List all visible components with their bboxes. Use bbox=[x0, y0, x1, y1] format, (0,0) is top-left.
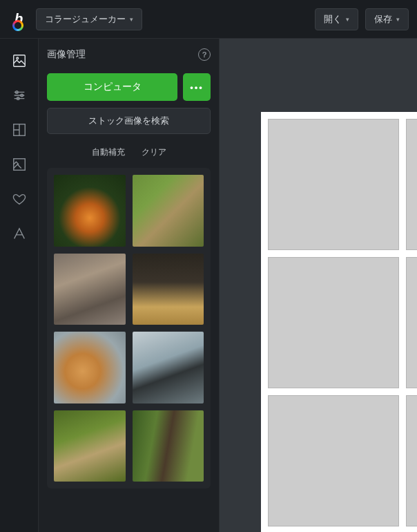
rail-text[interactable] bbox=[8, 222, 30, 245]
rail-adjust[interactable] bbox=[8, 84, 30, 106]
upload-computer-button[interactable]: コンピュータ bbox=[47, 73, 177, 101]
collage-slot[interactable] bbox=[406, 119, 417, 250]
collage-slot[interactable] bbox=[268, 395, 399, 526]
thumb-tiger[interactable] bbox=[54, 175, 126, 247]
clear-link[interactable]: クリア bbox=[142, 146, 166, 158]
text-icon bbox=[12, 226, 27, 241]
rail-image-manager[interactable] bbox=[8, 50, 30, 72]
rail-background[interactable] bbox=[8, 153, 30, 175]
layout-icon bbox=[12, 122, 27, 137]
thumb-kitten-grass[interactable] bbox=[133, 175, 204, 247]
topbar: b コラージュメーカー ▾ 開く ▾ 保存 ▾ bbox=[0, 0, 417, 39]
background-icon bbox=[12, 157, 27, 172]
svg-rect-6 bbox=[13, 159, 25, 171]
svg-point-1 bbox=[16, 57, 18, 59]
stock-search-label: ストック画像を検索 bbox=[88, 115, 169, 127]
chevron-down-icon: ▾ bbox=[130, 16, 133, 23]
logo-ring-icon bbox=[12, 20, 23, 31]
collage-slot[interactable] bbox=[268, 257, 399, 388]
open-button-label: 開く bbox=[324, 13, 342, 26]
thumb-bw-kitten[interactable] bbox=[133, 332, 204, 403]
svg-rect-0 bbox=[13, 55, 25, 67]
thumb-three-kittens[interactable] bbox=[133, 254, 204, 325]
sliders-icon bbox=[12, 88, 27, 103]
canvas-area[interactable] bbox=[220, 39, 417, 532]
collage-frame bbox=[261, 112, 417, 532]
sidebar-rail bbox=[0, 39, 39, 532]
thumb-tabby-sleep[interactable] bbox=[54, 254, 126, 325]
ellipsis-icon: ••• bbox=[190, 82, 204, 93]
stock-search-button[interactable]: ストック画像を検索 bbox=[47, 108, 211, 134]
mode-selector[interactable]: コラージュメーカー ▾ bbox=[36, 8, 142, 30]
save-button[interactable]: 保存 ▾ bbox=[365, 8, 409, 30]
help-icon[interactable]: ? bbox=[198, 48, 211, 61]
rail-layouts[interactable] bbox=[8, 119, 30, 141]
mode-selector-label: コラージュメーカー bbox=[45, 13, 126, 26]
chevron-down-icon: ▾ bbox=[396, 16, 400, 23]
collage-slot[interactable] bbox=[268, 119, 399, 250]
rail-favorites[interactable] bbox=[8, 188, 30, 210]
upload-computer-label: コンピュータ bbox=[84, 81, 142, 93]
heart-icon bbox=[12, 191, 27, 207]
thumbnail-grid bbox=[47, 168, 211, 488]
thumb-cat-tree[interactable] bbox=[133, 410, 204, 482]
autofill-link[interactable]: 自動補充 bbox=[92, 146, 125, 158]
upload-more-button[interactable]: ••• bbox=[183, 73, 211, 101]
save-button-label: 保存 bbox=[374, 13, 392, 26]
image-icon bbox=[12, 53, 27, 68]
chevron-down-icon: ▾ bbox=[346, 16, 349, 23]
thumb-orange-kitten[interactable] bbox=[54, 332, 126, 403]
panel-title: 画像管理 bbox=[47, 48, 86, 61]
app-logo[interactable]: b bbox=[8, 9, 29, 30]
thumb-kitten-lookup[interactable] bbox=[54, 410, 126, 482]
collage-slot[interactable] bbox=[406, 257, 417, 388]
collage-slot[interactable] bbox=[406, 395, 417, 526]
image-manager-panel: 画像管理 ? コンピュータ ••• ストック画像を検索 自動補充 クリア bbox=[39, 39, 220, 532]
open-button[interactable]: 開く ▾ bbox=[315, 8, 358, 30]
